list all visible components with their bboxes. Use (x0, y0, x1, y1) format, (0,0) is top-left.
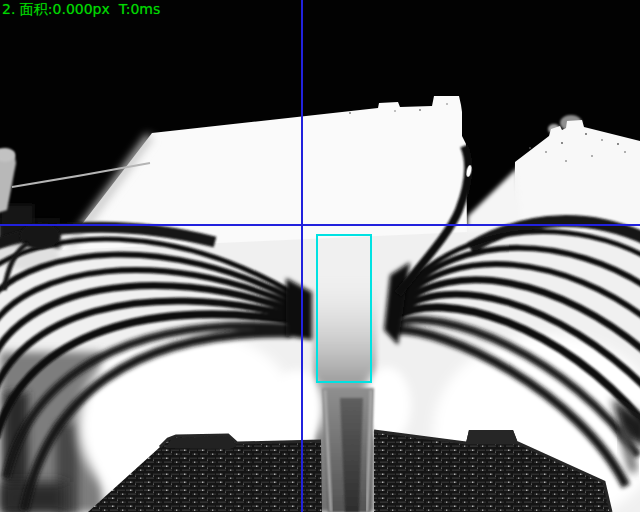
status-text: 2. 面积:0.000px T:0ms (2, 0, 160, 19)
roi-rectangle[interactable] (316, 234, 372, 383)
vision-inspection-viewport: 2. 面积:0.000px T:0ms (0, 0, 640, 512)
slot-tooth (322, 388, 374, 512)
